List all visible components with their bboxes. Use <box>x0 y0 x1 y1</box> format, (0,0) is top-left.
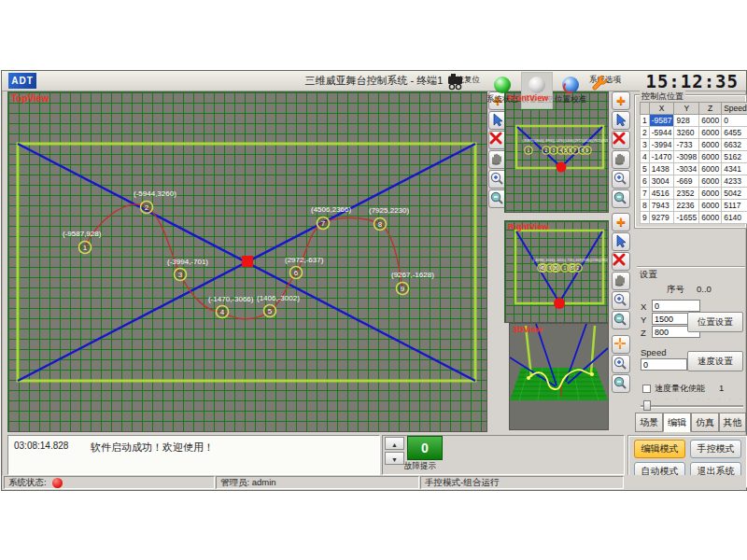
threedview-zoom-in-button[interactable] <box>612 355 630 373</box>
speed-set-button[interactable]: 速度设置 <box>687 351 743 371</box>
table-row[interactable]: 1-958792860000 <box>641 115 747 127</box>
speed-quantize-label: 速度量化使能 <box>655 383 705 395</box>
position-calibrate-button[interactable]: 位置校准 <box>554 72 587 109</box>
table-row[interactable]: 87943223660005117 <box>641 200 747 212</box>
speed-field[interactable] <box>641 358 687 371</box>
table-row[interactable]: 51438-303460004341 <box>641 163 747 175</box>
table-row[interactable]: 74516235260005042 <box>641 188 747 200</box>
threedview-zoom-out-button[interactable] <box>612 374 630 393</box>
waypoint-7-label: (4506,2366) <box>311 205 351 214</box>
rightview-select-button[interactable] <box>612 232 630 251</box>
manual-mode-button[interactable]: 手控模式 <box>690 440 741 458</box>
edit-mode-button[interactable]: 编辑模式 <box>634 440 685 458</box>
hand-icon <box>613 151 627 165</box>
speed-label: Speed <box>641 347 666 357</box>
scroll-down-button[interactable]: ▼ <box>385 452 404 465</box>
settings-separator <box>637 266 745 268</box>
delete-x-icon <box>613 253 626 266</box>
rightview-pan-button[interactable] <box>612 272 630 290</box>
rightview-add-point-button[interactable]: + <box>612 213 630 231</box>
frontview-canvas[interactable]: FrontView (-9587)(-5944)(-3994)(-1470)(1… <box>504 91 609 213</box>
speed-quantize-checkbox[interactable] <box>642 385 651 393</box>
tab-scene[interactable]: 场景 <box>635 413 663 432</box>
waypoint-4-number: 4 <box>220 308 225 316</box>
svg-text:9: 9 <box>586 147 589 153</box>
tab-edit[interactable]: 编辑 <box>663 413 691 432</box>
x-label: X <box>641 301 646 312</box>
table-row[interactable]: 4-1470-309860005162 <box>641 151 747 163</box>
frontview-zoom-out-button[interactable] <box>612 189 630 208</box>
rightview-title: RightView <box>508 222 548 231</box>
frontview-select-button[interactable] <box>612 111 630 130</box>
delete-x-icon <box>489 132 502 145</box>
topview-canvas[interactable]: TopView 1 (-9587,928) 2 (-5944,3260) 3 (… <box>7 91 487 432</box>
waypoint-9-number: 9 <box>401 285 405 293</box>
system-reset-button[interactable]: 系统复位 <box>444 72 484 109</box>
system-status-button[interactable]: 系统状态 <box>485 72 520 109</box>
system-options-button[interactable]: 系统选项 <box>588 72 622 109</box>
status-orb-icon <box>494 77 511 93</box>
threedview-canvas[interactable]: 3DView <box>509 323 609 430</box>
table-row[interactable]: 63004-66960004233 <box>641 175 747 188</box>
frontview-pan-button[interactable] <box>612 150 630 169</box>
waypoint-1-number: 1 <box>83 244 88 252</box>
zoom-in-icon <box>613 356 627 371</box>
status-indicator-red-dot <box>52 478 63 488</box>
zoom-out-icon <box>613 190 627 205</box>
delete-x-icon <box>613 132 626 145</box>
waypoint-3-label: (-3994,-701) <box>167 258 208 266</box>
wrench-icon <box>589 73 608 91</box>
center-marker[interactable] <box>242 256 253 267</box>
threedview-center-button[interactable] <box>612 335 630 354</box>
rightview-zoom-in-button[interactable] <box>612 291 630 310</box>
table-row[interactable]: 3-3994-73360006632 <box>641 139 747 151</box>
zoom-in-icon <box>489 171 504 186</box>
window-title: 三维威亚舞台控制系统 - 终端1 <box>2 74 746 88</box>
digital-clock: 15:12:35 <box>645 71 739 91</box>
svg-text:3: 3 <box>553 147 556 153</box>
reset-machine-icon <box>445 73 466 91</box>
rightview-labels-strip: (-3098)(-3034)(-1655)(-733)(-669)(928)(2… <box>533 259 608 262</box>
waypoint-1-label: (-9587,928) <box>63 230 102 238</box>
system-status-label: 系统状态: <box>8 477 47 489</box>
titlebar: ADT 三维威亚舞台控制系统 - 终端1 15:12:35 <box>2 71 746 91</box>
threedview-title: 3DView <box>513 325 543 334</box>
svg-text:1: 1 <box>564 265 567 271</box>
waypoint-5-number: 5 <box>268 307 273 315</box>
waypoint-2-number: 2 <box>145 203 149 212</box>
mode-text: 手控模式-组合运行 <box>425 477 499 489</box>
quantize-slider[interactable] <box>641 405 743 408</box>
frontview-title: FrontView <box>508 93 548 103</box>
tab-other[interactable]: 其他 <box>719 413 746 432</box>
device-monitor-button[interactable]: 设备监控 <box>521 72 553 109</box>
table-row[interactable]: 2-5944326060006455 <box>641 127 747 139</box>
frontview-delete-button[interactable] <box>612 131 630 149</box>
quantize-slider-thumb[interactable] <box>643 400 651 411</box>
frontview-zoom-in-button[interactable] <box>612 170 630 189</box>
cursor-icon <box>613 233 627 248</box>
position-set-button[interactable]: 位置设置 <box>687 312 743 332</box>
settings-title: 设置 <box>640 269 657 281</box>
sequence-value: 0..0 <box>697 284 712 294</box>
tab-simulate[interactable]: 仿真 <box>691 413 719 432</box>
y-label: Y <box>641 315 646 325</box>
x-field[interactable] <box>652 300 700 312</box>
zoom-out-icon <box>613 375 627 390</box>
control-points-table[interactable]: X Y Z Speed 1-958792860000 2-59443260600… <box>640 102 747 224</box>
cursor-icon <box>489 112 504 127</box>
rightview-canvas[interactable]: RightView (-3098)(-3034)(-1655)(-733)(-6… <box>504 220 609 323</box>
rightview-delete-button[interactable] <box>612 252 630 271</box>
svg-text:2: 2 <box>545 147 548 153</box>
svg-text:1: 1 <box>528 147 530 153</box>
waypoint-4-label: (-1470,-3066) <box>208 295 254 303</box>
hand-icon <box>489 151 503 165</box>
frontview-labels-strip: (-9587)(-5944)(-3994)(-1470)(1406)(2972)… <box>522 139 608 143</box>
sequence-label: 序号 <box>667 284 684 296</box>
z-label: Z <box>641 328 646 338</box>
svg-text:2: 2 <box>577 265 580 271</box>
hand-icon <box>613 273 627 287</box>
topview-title: TopView <box>11 93 49 104</box>
scroll-up-button[interactable]: ▲ <box>385 437 404 450</box>
table-row[interactable]: 99279-165560006140 <box>641 212 747 224</box>
rightview-zoom-out-button[interactable] <box>612 311 630 329</box>
